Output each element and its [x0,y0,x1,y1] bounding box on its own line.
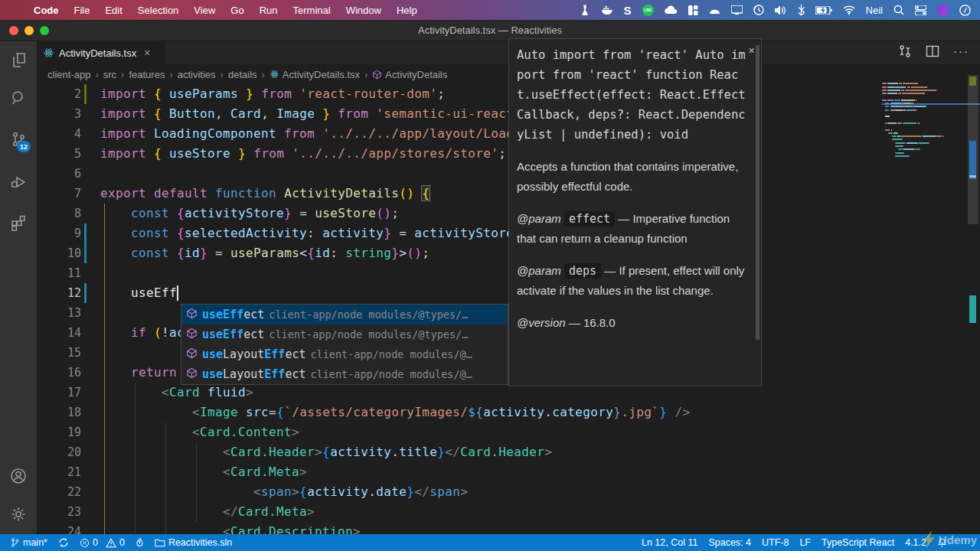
status-label: main* [23,537,47,548]
breadcrumb-separator: › [364,69,368,80]
status-flame[interactable] [130,534,149,551]
code-line-7: export default function ActivityDetails(… [37,184,430,204]
display-icon[interactable] [731,5,743,15]
run-debug-icon[interactable] [9,173,28,191]
spotlight-icon[interactable] [893,5,904,15]
breadcrumb-separator: › [262,69,265,80]
menu-window[interactable]: Window [338,5,389,16]
status-folder[interactable]: Reactivities.sln [149,534,237,551]
menu-view[interactable]: View [186,5,223,16]
hover-documentation-panel: × Auto import from 'react' Auto import f… [508,38,762,386]
breadcrumb-separator: › [121,69,124,80]
warning-icon [106,538,116,548]
menu-edit[interactable]: Edit [97,5,129,16]
status-typescript-react[interactable]: TypeScript React [816,534,900,551]
wifi-icon[interactable] [843,5,855,15]
breadcrumb-item-details[interactable]: details [228,69,257,80]
editor-scrollbar[interactable] [968,84,978,534]
control-center-icon[interactable] [915,5,926,15]
hover-tag: @param effect — Imperative function that… [517,209,750,249]
more-actions-icon[interactable]: ··· [953,44,969,61]
tab-activitydetails[interactable]: ActivityDetails.tsx × [37,41,165,64]
suggestion-item-0[interactable]: useEffectclient-app/node_modules/@types/… [181,305,508,324]
split-editor-icon[interactable] [926,44,939,61]
breadcrumb-item-activitydetails-tsx[interactable]: ActivityDetails.tsx [270,69,360,80]
hover-signature: Auto import from 'react' Auto import fro… [517,45,750,145]
breadcrumb-label: src [103,69,116,80]
react-file-icon [270,70,279,79]
flame-icon [136,537,144,548]
menu-terminal[interactable]: Terminal [286,5,338,16]
menu-selection[interactable]: Selection [130,5,186,16]
symbol-cube-icon [186,328,198,342]
sublime-icon[interactable]: S [624,4,632,17]
status-branch[interactable]: main* [5,534,53,551]
code-line-17: <Card fluid> [37,383,253,403]
app-menus: CodeFileEditSelectionViewGoRunTerminalWi… [26,5,425,16]
hover-description: Accepts a function that contains imperat… [517,157,750,197]
code-line-11 [37,263,100,283]
status-utf-8[interactable]: UTF-8 [756,534,794,551]
code-line-8: const {activityStore} = useStore(); [37,204,399,223]
time-machine-icon[interactable] [753,5,764,15]
breadcrumb-label: ActivityDetails [385,69,447,80]
status-label: Reactivities.sln [168,537,232,548]
status-error[interactable]: 00 [74,534,130,551]
menu-go[interactable]: Go [223,5,251,16]
onedrive-cloud-icon[interactable] [665,5,678,15]
menu-help[interactable]: Help [389,5,425,16]
suggestion-item-2[interactable]: useLayoutEffectclient-app/node_modules/@… [181,344,508,364]
menu-file[interactable]: File [67,5,98,16]
tab-close-icon[interactable]: × [144,47,150,59]
docker-icon[interactable] [601,5,613,15]
menu-run[interactable]: Run [252,5,286,16]
suggestion-label: useLayoutEffect [202,367,305,381]
settings-gear-icon[interactable] [9,505,28,523]
open-changes-icon[interactable] [898,44,912,61]
hover-close-icon[interactable]: × [748,44,755,57]
search-icon[interactable] [9,89,28,107]
status-bar: main*00Reactivities.sln Ln 12, Col 11Spa… [0,534,980,551]
suggestion-item-3[interactable]: useLayoutEffectclient-app/node_modules/@… [181,364,508,384]
code-line-13 [37,303,100,323]
status-sync[interactable] [53,534,74,551]
window-title: ActivityDetails.tsx — Reactivities [0,24,980,36]
status-ln-12-col-11[interactable]: Ln 12, Col 11 [636,534,703,551]
breadcrumb-item-features[interactable]: features [129,69,165,80]
status-spaces-4[interactable]: Spaces: 4 [703,534,756,551]
suggestion-label: useEffect [202,328,264,341]
status-lf[interactable]: LF [794,534,816,551]
breadcrumb-label: features [129,69,165,80]
breadcrumb-label: ActivityDetails.tsx [283,69,360,80]
code-line-21: <Card.Meta> [37,462,307,482]
bluetooth-icon[interactable] [798,5,805,15]
breadcrumb-item-client-app[interactable]: client-app [47,69,90,80]
explorer-icon[interactable] [9,51,28,69]
suggestion-item-1[interactable]: useEffectclient-app/node_modules/@types/… [181,324,508,344]
breadcrumb-separator: › [220,69,224,80]
menu-username[interactable]: Neil [866,5,883,16]
hover-scrollbar[interactable] [756,45,760,340]
suggestion-detail: client-app/node_modules/@… [310,368,503,380]
fantastical-icon[interactable] [937,5,949,16]
hover-tag: @param deps — If present, effect will on… [517,261,750,301]
menu-code[interactable]: Code [26,5,67,16]
hover-tag: @version — 16.8.0 [517,313,750,333]
code-line-16: return ( [37,363,192,383]
breadcrumb-item-activitydetails[interactable]: ActivityDetails [372,69,447,80]
code-line-18: <Image src={`/assets/categoryImages/${ac… [37,403,690,422]
error-icon [80,538,90,548]
minimap[interactable] [882,84,968,534]
flask-icon[interactable] [580,5,590,15]
breadcrumb-item-src[interactable]: src [103,69,116,80]
extensions-icon[interactable] [9,213,28,231]
battery-icon[interactable] [815,6,832,15]
panels-app-icon[interactable] [688,5,698,15]
breadcrumb-label: details [228,69,257,80]
breadcrumb-item-activities[interactable]: activities [178,69,216,80]
accounts-icon[interactable] [9,467,28,485]
volume-icon[interactable] [775,5,787,15]
clock-app-icon[interactable] [959,5,971,16]
line-app-icon[interactable]: LINE [642,5,654,16]
dome-icon[interactable] [709,5,720,15]
